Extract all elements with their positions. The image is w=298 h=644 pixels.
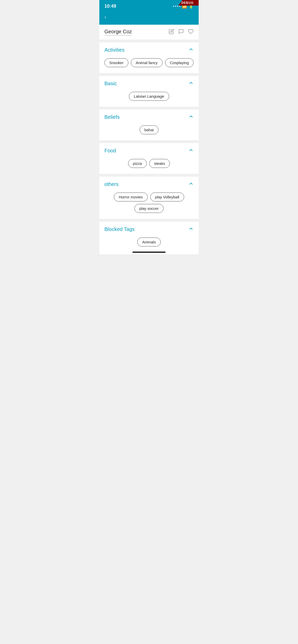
blocked-tags-header: Blocked Tags bbox=[104, 226, 194, 232]
section-others-tags: Horror moviesplay Volleyballplay soccer bbox=[104, 193, 194, 213]
section-others-header: others bbox=[104, 181, 194, 187]
blocked-tags-section: Blocked Tags Animals bbox=[99, 221, 199, 249]
section-food: Foodpizzasteaks bbox=[99, 143, 199, 174]
tag-animal-fancy[interactable]: Animal fancy bbox=[131, 58, 162, 67]
blocked-tag-animals[interactable]: Animals bbox=[137, 238, 160, 246]
profile-header: George Coz bbox=[99, 25, 199, 40]
blocked-tags-title: Blocked Tags bbox=[104, 226, 135, 232]
section-others-title: others bbox=[104, 181, 119, 187]
status-time: 10:49 bbox=[104, 4, 116, 9]
section-beliefs-title: Beliefs bbox=[104, 114, 120, 120]
blocked-tags-row: Animals bbox=[104, 238, 194, 246]
section-others-chevron[interactable] bbox=[188, 181, 194, 187]
section-beliefs-tags: bahai bbox=[104, 125, 194, 134]
edit-icon[interactable] bbox=[169, 29, 174, 36]
debug-banner: DEBUG bbox=[178, 0, 199, 6]
section-basic-tags: Latvian Language bbox=[104, 92, 194, 101]
signal-icon bbox=[173, 6, 180, 7]
blocked-tags-chevron[interactable] bbox=[188, 226, 194, 232]
section-activities-chevron[interactable] bbox=[188, 47, 194, 53]
tag-snooker[interactable]: Snooker bbox=[104, 58, 128, 67]
section-basic: BasicLatvian Language bbox=[99, 76, 199, 107]
section-activities-tags: SnookerAnimal fancyCosplaying bbox=[104, 58, 194, 67]
section-basic-title: Basic bbox=[104, 81, 117, 86]
tag-play-soccer[interactable]: play soccer bbox=[134, 204, 164, 213]
section-beliefs-header: Beliefs bbox=[104, 114, 194, 120]
back-button[interactable]: ‹ bbox=[105, 14, 106, 21]
section-beliefs-chevron[interactable] bbox=[188, 114, 194, 120]
section-activities-header: Activities bbox=[104, 47, 194, 53]
status-bar: 10:49 📶 🔋 DEBUG bbox=[99, 0, 199, 11]
section-food-tags: pizzasteaks bbox=[104, 159, 194, 168]
tag-bahai[interactable]: bahai bbox=[140, 125, 159, 134]
tag-latvian-language[interactable]: Latvian Language bbox=[129, 92, 169, 101]
tag-pizza[interactable]: pizza bbox=[128, 159, 147, 168]
tag-horror-movies[interactable]: Horror movies bbox=[114, 193, 147, 201]
section-basic-header: Basic bbox=[104, 80, 194, 87]
tag-play-volleyball[interactable]: play Volleyball bbox=[150, 193, 184, 201]
top-nav: ‹ bbox=[99, 11, 199, 25]
tag-cosplaying[interactable]: Cosplaying bbox=[165, 58, 194, 67]
section-others: othersHorror moviesplay Volleyballplay s… bbox=[99, 176, 199, 219]
section-activities-title: Activities bbox=[104, 47, 125, 53]
section-food-title: Food bbox=[104, 148, 116, 154]
home-bar bbox=[132, 252, 166, 253]
section-food-chevron[interactable] bbox=[188, 148, 194, 154]
section-food-header: Food bbox=[104, 148, 194, 154]
profile-actions bbox=[169, 29, 194, 36]
section-beliefs: Beliefsbahai bbox=[99, 109, 199, 141]
like-icon[interactable] bbox=[188, 29, 194, 36]
section-basic-chevron[interactable] bbox=[188, 80, 194, 87]
profile-name: George Coz bbox=[104, 29, 132, 36]
section-activities: ActivitiesSnookerAnimal fancyCosplaying bbox=[99, 42, 199, 74]
message-icon[interactable] bbox=[178, 29, 184, 36]
tag-steaks[interactable]: steaks bbox=[149, 159, 170, 168]
sections-container: ActivitiesSnookerAnimal fancyCosplayingB… bbox=[99, 42, 199, 219]
home-indicator bbox=[99, 249, 199, 254]
